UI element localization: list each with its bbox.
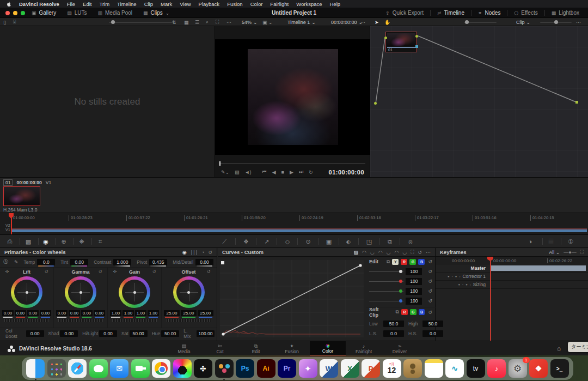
nodes-toggle-button[interactable]: ⚭Nodes bbox=[473, 8, 506, 18]
gain-g-value[interactable]: 1.00 bbox=[135, 310, 146, 316]
channel-b-button[interactable]: B bbox=[418, 259, 425, 265]
lift-g-value[interactable]: 0.00 bbox=[27, 310, 39, 316]
dock-freeform-icon[interactable]: ∿ bbox=[445, 359, 464, 378]
sizing-expand-chevron[interactable]: › bbox=[470, 283, 471, 286]
minimize-window-button[interactable] bbox=[13, 11, 17, 15]
gang-link-icon[interactable]: ⧉ bbox=[387, 259, 390, 265]
viewer-timecode-select[interactable]: 00:00:00:00⌄ bbox=[331, 18, 363, 26]
gain-y-value[interactable]: 1.00 bbox=[110, 310, 121, 316]
offset-reset-icon[interactable]: ↺ bbox=[206, 269, 211, 274]
audio-mute-icon[interactable]: ◄) bbox=[242, 170, 254, 175]
dock-word-icon[interactable]: W bbox=[320, 359, 338, 378]
r-gain-reset-icon[interactable]: ↺ bbox=[428, 279, 432, 284]
lift-adjust-icon[interactable]: ✣ bbox=[4, 269, 10, 274]
page-fusion[interactable]: ✦Fusion bbox=[274, 341, 310, 356]
dock-launchpad-icon[interactable] bbox=[47, 359, 66, 378]
curves-expand-icon[interactable]: ⛶ bbox=[411, 249, 414, 255]
effects-toggle-button[interactable]: ⬡Effects bbox=[509, 8, 543, 18]
b-gain-reset-icon[interactable]: ↺ bbox=[428, 298, 432, 304]
lift-b-value[interactable]: 0.00 bbox=[40, 310, 51, 316]
camera-raw-icon[interactable]: ⎙ bbox=[3, 237, 16, 246]
pointer-tool-icon[interactable]: ➤ bbox=[375, 18, 379, 26]
sort-icon[interactable]: ⇅ bbox=[172, 18, 176, 26]
corrector1-lock-icon[interactable]: ▫ bbox=[452, 275, 453, 278]
menu-timeline[interactable]: Timeline bbox=[117, 1, 137, 7]
sizing-keyframe-dot[interactable]: ● bbox=[465, 283, 468, 286]
media-pool-toggle-button[interactable]: ▥Media Pool bbox=[93, 8, 138, 18]
hue-vs-sat-icon[interactable]: ◡ bbox=[370, 250, 375, 255]
grab-still-icon[interactable]: ⍗ bbox=[13, 18, 16, 26]
dock-excel-icon[interactable]: X bbox=[341, 359, 359, 378]
menu-playback[interactable]: Playback bbox=[199, 1, 220, 7]
menu-clip[interactable]: Clip bbox=[144, 1, 153, 7]
sat-field[interactable]: 50.00 bbox=[130, 330, 148, 337]
menu-trim[interactable]: Trim bbox=[99, 1, 109, 7]
soft-r-button[interactable]: R bbox=[401, 309, 408, 315]
dock-terminal-icon[interactable]: >_ bbox=[550, 359, 569, 378]
corrector1-keyframe-dot[interactable]: ● bbox=[455, 275, 457, 278]
lum-vs-sat-icon[interactable]: ◡ bbox=[387, 250, 391, 255]
timeline-playhead[interactable] bbox=[9, 213, 14, 235]
gamma-b-value[interactable]: 0.00 bbox=[94, 310, 105, 316]
node-scale-slider[interactable] bbox=[540, 18, 572, 26]
source-input-dot[interactable] bbox=[374, 102, 377, 105]
custom-curve-graph[interactable] bbox=[220, 260, 364, 337]
key-icon[interactable]: ◳ bbox=[363, 237, 376, 246]
offset-g-value[interactable]: 25.00 bbox=[181, 310, 197, 316]
offset-color-wheel[interactable] bbox=[173, 276, 205, 308]
mid-detail-field[interactable]: 0.00 bbox=[195, 259, 213, 265]
grid-view-icon[interactable]: ▦ bbox=[184, 18, 189, 26]
go-to-end-button[interactable]: ⏭ bbox=[296, 169, 306, 175]
node-graph-panel[interactable]: 01 bbox=[370, 26, 588, 177]
g-gain-value[interactable]: 100 bbox=[406, 288, 422, 295]
r-gain-value[interactable]: 100 bbox=[406, 278, 422, 285]
wheels-mode-icon[interactable]: ◉ bbox=[182, 250, 187, 255]
project-manager-home-icon[interactable]: ⌂ bbox=[557, 345, 561, 352]
tracker-icon[interactable]: ⊙ bbox=[302, 237, 315, 246]
viewer-options-icon[interactable]: ⋯ bbox=[360, 18, 365, 26]
curves-icon[interactable]: ⟋ bbox=[218, 237, 231, 246]
search-icon[interactable]: ⌕ bbox=[206, 18, 209, 26]
dock-notes-icon[interactable] bbox=[425, 359, 443, 378]
zoom-window-button[interactable] bbox=[21, 11, 25, 15]
page-media[interactable]: ▤Media bbox=[166, 341, 202, 356]
g-gain-reset-icon[interactable]: ↺ bbox=[428, 288, 432, 294]
temp-field[interactable]: 0.0 bbox=[37, 259, 55, 265]
page-fairlight[interactable]: ♪Fairlight bbox=[346, 341, 382, 356]
step-back-button[interactable]: ◀ bbox=[270, 170, 279, 175]
gain-b-value[interactable]: 1.00 bbox=[148, 310, 159, 316]
lift-reset-icon[interactable]: ↺ bbox=[44, 269, 49, 274]
image-wipe-icon[interactable]: ▧ bbox=[232, 170, 242, 175]
keyframes-row-master[interactable]: Master bbox=[436, 264, 588, 273]
dock-finder-icon[interactable] bbox=[26, 359, 45, 378]
hdr-grade-icon[interactable]: ⊕ bbox=[57, 237, 70, 246]
dock-settings-icon[interactable]: ⚙1 bbox=[509, 359, 527, 378]
channel-r-button[interactable]: R bbox=[401, 259, 407, 265]
dock-powerpoint-icon[interactable]: P bbox=[362, 359, 380, 378]
dock-premiere-pro-icon[interactable]: Pr bbox=[278, 359, 296, 378]
hue-vs-lum-icon[interactable]: ◠ bbox=[378, 250, 383, 255]
dock-facetime-icon[interactable] bbox=[131, 359, 150, 378]
tint-field[interactable]: 0.00 bbox=[70, 259, 88, 265]
pivot-field[interactable]: 0.435 bbox=[149, 259, 167, 265]
hand-tool-icon[interactable]: ✋ bbox=[384, 18, 390, 26]
offset-master-slider[interactable] bbox=[167, 319, 211, 322]
sizing-lock-icon[interactable]: ▫ bbox=[462, 283, 463, 286]
gain-reset-icon[interactable]: ↺ bbox=[151, 269, 157, 274]
rgb-mixer-icon[interactable]: ❋ bbox=[75, 237, 88, 246]
sat-vs-sat-icon[interactable]: ◠ bbox=[394, 250, 399, 255]
lift-color-wheel[interactable] bbox=[11, 276, 42, 308]
panel-toggle-icon[interactable]: ▯ bbox=[3, 18, 6, 26]
blur-icon[interactable]: ⬖ bbox=[342, 237, 355, 246]
apple-menu-icon[interactable] bbox=[7, 2, 11, 7]
contrast-field[interactable]: 1.000 bbox=[113, 259, 131, 265]
channel-g-button[interactable]: G bbox=[409, 259, 416, 265]
corrector1-expand-chevron[interactable]: › bbox=[459, 275, 460, 278]
log-mode-icon[interactable]: ◔ bbox=[201, 250, 204, 255]
keyframes-expand-icon[interactable]: ⛶ bbox=[580, 249, 584, 255]
lift-r-value[interactable]: 0.00 bbox=[15, 310, 26, 316]
dock-capcut-icon[interactable]: ✣ bbox=[194, 359, 212, 378]
gain-adjust-icon[interactable]: ✣ bbox=[112, 269, 118, 274]
timeline-toggle-button[interactable]: ≓Timeline bbox=[432, 8, 470, 18]
node-options-icon[interactable]: ⋯ bbox=[576, 18, 581, 26]
